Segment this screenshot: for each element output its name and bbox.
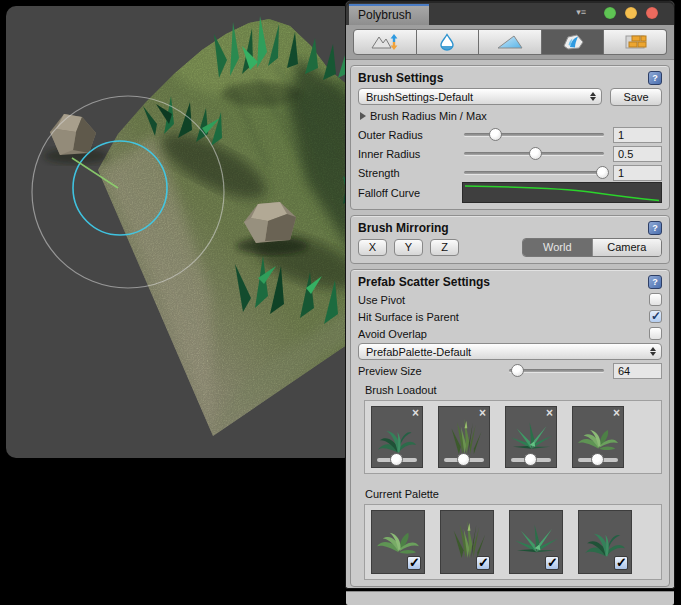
save-button[interactable]: Save bbox=[610, 88, 662, 106]
use-pivot-label: Use Pivot bbox=[358, 294, 405, 306]
palette-item-leafy[interactable] bbox=[371, 510, 425, 574]
plant-leafy-preview bbox=[576, 417, 621, 458]
plant-grass-preview bbox=[442, 417, 487, 458]
palette-item-checkbox[interactable] bbox=[614, 556, 628, 570]
preview-size-label: Preview Size bbox=[358, 365, 507, 377]
remove-icon[interactable]: × bbox=[412, 407, 419, 420]
tool-smooth-button[interactable] bbox=[417, 29, 480, 55]
texture-bricks-icon bbox=[620, 33, 650, 51]
avoid-overlap-checkbox[interactable] bbox=[649, 327, 662, 340]
foldout-arrow-icon bbox=[360, 112, 366, 120]
inner-radius-value[interactable]: 0.5 bbox=[613, 146, 662, 162]
tool-paint-texture-button[interactable] bbox=[604, 29, 667, 55]
current-palette-label: Current Palette bbox=[365, 488, 662, 501]
avoid-overlap-label: Avoid Overlap bbox=[358, 328, 427, 340]
window-minimize-button[interactable] bbox=[625, 7, 637, 19]
terrain bbox=[66, 6, 354, 458]
mirror-space-toggle: World Camera bbox=[522, 238, 662, 257]
palette-item-spiky-fern[interactable] bbox=[509, 510, 563, 574]
loadout-slot-leafy[interactable]: × bbox=[572, 406, 624, 468]
brush-mirroring-title: Brush Mirroring bbox=[358, 221, 648, 235]
prefab-scatter-section: Prefab Scatter Settings ? Use Pivot Hit … bbox=[350, 269, 670, 587]
prefab-palette-dropdown[interactable]: PrefabPalette-Default bbox=[358, 343, 662, 360]
help-icon[interactable]: ? bbox=[648, 275, 662, 289]
loadout-weight-slider[interactable] bbox=[444, 458, 484, 462]
plant-spiky-fern-preview bbox=[509, 417, 554, 458]
polybrush-window: Polybrush ▾≡ bbox=[345, 0, 675, 589]
current-palette-panel bbox=[364, 504, 662, 580]
brush-settings-preset-value: BrushSettings-Default bbox=[366, 91, 473, 103]
paint-triangle-icon bbox=[495, 33, 525, 51]
dropdown-arrows-icon bbox=[590, 92, 596, 101]
strength-label: Strength bbox=[358, 167, 462, 179]
window-footer bbox=[346, 591, 674, 605]
foldout-label: Brush Radius Min / Max bbox=[370, 110, 487, 122]
palette-item-checkbox[interactable] bbox=[476, 556, 490, 570]
strength-value[interactable]: 1 bbox=[613, 165, 662, 181]
brush-settings-section: Brush Settings ? BrushSettings-Default S… bbox=[350, 65, 670, 210]
preview-size-value[interactable]: 64 bbox=[613, 363, 662, 379]
mirror-z-button[interactable]: Z bbox=[430, 239, 459, 256]
scatter-rock-icon bbox=[558, 33, 588, 51]
plant-fern-preview bbox=[375, 417, 420, 458]
brush-loadout-label: Brush Loadout bbox=[365, 384, 662, 397]
remove-icon[interactable]: × bbox=[613, 407, 620, 420]
preview-size-slider[interactable] bbox=[507, 363, 606, 378]
brush-mirroring-section: Brush Mirroring ? X Y Z World Camera bbox=[350, 215, 670, 264]
rock-1 bbox=[44, 114, 108, 164]
segment-world[interactable]: World bbox=[523, 239, 592, 256]
pane-menu-icon[interactable]: ▾≡ bbox=[576, 7, 586, 17]
inspector-content: Brush Settings ? BrushSettings-Default S… bbox=[346, 60, 674, 587]
falloff-curve-label: Falloff Curve bbox=[358, 187, 462, 199]
scene-view[interactable] bbox=[6, 6, 354, 458]
prefab-palette-value: PrefabPalette-Default bbox=[366, 346, 471, 358]
help-icon[interactable]: ? bbox=[648, 71, 662, 85]
loadout-weight-slider[interactable] bbox=[578, 458, 618, 462]
prefab-scatter-title: Prefab Scatter Settings bbox=[358, 275, 648, 289]
palette-item-fern[interactable] bbox=[578, 510, 632, 574]
palette-item-checkbox[interactable] bbox=[407, 556, 421, 570]
loadout-weight-slider[interactable] bbox=[511, 458, 551, 462]
window-close-button[interactable] bbox=[646, 7, 658, 19]
outer-radius-label: Outer Radius bbox=[358, 129, 462, 141]
falloff-curve-plot bbox=[463, 183, 661, 202]
brush-settings-title: Brush Settings bbox=[358, 71, 648, 85]
water-drop-icon bbox=[432, 33, 462, 51]
tool-paint-vertex-color-button[interactable] bbox=[479, 29, 542, 55]
outer-radius-value[interactable]: 1 bbox=[613, 127, 662, 143]
dropdown-arrows-icon bbox=[650, 347, 656, 356]
remove-icon[interactable]: × bbox=[479, 407, 486, 420]
loadout-slot-fern[interactable]: × bbox=[371, 406, 423, 468]
mode-toolbar bbox=[346, 25, 674, 60]
remove-icon[interactable]: × bbox=[546, 407, 553, 420]
inner-radius-label: Inner Radius bbox=[358, 148, 462, 160]
loadout-slot-grass[interactable]: × bbox=[438, 406, 490, 468]
tool-scatter-prefabs-button[interactable] bbox=[542, 29, 605, 55]
brush-settings-preset-dropdown[interactable]: BrushSettings-Default bbox=[358, 88, 602, 105]
use-pivot-checkbox[interactable] bbox=[649, 293, 662, 306]
mirror-x-button[interactable]: X bbox=[358, 239, 387, 256]
segment-camera[interactable]: Camera bbox=[592, 239, 662, 256]
palette-item-grass[interactable] bbox=[440, 510, 494, 574]
loadout-slot-spiky-fern[interactable]: × bbox=[505, 406, 557, 468]
tool-raise-lower-terrain-button[interactable] bbox=[353, 29, 417, 55]
hit-surface-label: Hit Surface is Parent bbox=[358, 311, 459, 323]
brush-radius-foldout[interactable]: Brush Radius Min / Max bbox=[358, 106, 662, 125]
help-icon[interactable]: ? bbox=[648, 221, 662, 235]
palette-item-checkbox[interactable] bbox=[545, 556, 559, 570]
strength-slider[interactable] bbox=[462, 165, 606, 180]
window-zoom-button[interactable] bbox=[604, 7, 616, 19]
raise-lower-terrain-icon bbox=[370, 33, 400, 51]
hit-surface-checkbox[interactable] bbox=[649, 310, 662, 323]
mirror-y-button[interactable]: Y bbox=[394, 239, 423, 256]
scene-render bbox=[6, 6, 354, 458]
brush-loadout-panel: × × × × bbox=[364, 400, 662, 474]
falloff-curve-field[interactable] bbox=[462, 182, 662, 203]
inner-radius-slider[interactable] bbox=[462, 146, 606, 161]
outer-radius-slider[interactable] bbox=[462, 127, 606, 142]
loadout-weight-slider[interactable] bbox=[377, 458, 417, 462]
tab-polybrush[interactable]: Polybrush bbox=[349, 4, 429, 25]
window-titlebar: Polybrush ▾≡ bbox=[346, 1, 674, 25]
